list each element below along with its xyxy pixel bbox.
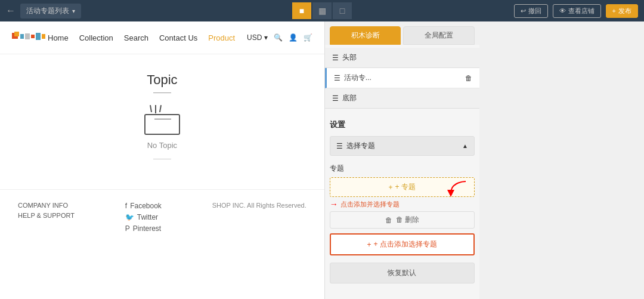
section-header-icon: ☰ bbox=[332, 54, 339, 62]
view-mode-buttons: ■ ▦ □ bbox=[292, 2, 352, 19]
nav-collection[interactable]: Collection bbox=[79, 33, 113, 42]
footer-copyright: SHOP INC. All Rights Reserved. bbox=[212, 202, 306, 209]
svg-rect-4 bbox=[31, 35, 35, 38]
delete-icon: 🗑 bbox=[385, 216, 392, 224]
panel-tabs: 积木诊断 全局配置 bbox=[325, 21, 479, 45]
title-dropdown-arrow: ▾ bbox=[72, 8, 75, 14]
undo-icon: ↩ bbox=[521, 7, 526, 15]
nav-search[interactable]: Search bbox=[124, 33, 148, 42]
nav-links: Home Collection Search Contact Us Produc… bbox=[48, 33, 235, 42]
footer-company-info[interactable]: COMPANY INFO bbox=[18, 202, 75, 209]
top-bar: ← 活动专题列表 ▾ ■ ▦ □ ↩ 撤回 👁 查看店铺 + 发布 bbox=[0, 0, 644, 21]
hint-annotation: → 点击添加并选择专题 bbox=[330, 199, 475, 209]
svg-rect-5 bbox=[36, 33, 41, 40]
collapsible-caret: ▲ bbox=[462, 143, 468, 149]
search-icon[interactable]: 🔍 bbox=[274, 33, 283, 42]
site-footer: COMPANY INFO HELP & SUPPORT f Facebook 🐦… bbox=[0, 189, 324, 248]
footer-left: COMPANY INFO HELP & SUPPORT bbox=[18, 202, 75, 222]
topic-field-label: 专题 bbox=[330, 164, 475, 174]
desktop-view-button[interactable]: ■ bbox=[292, 2, 311, 19]
nav-right: USD ▾ 🔍 👤 🛒 bbox=[247, 33, 312, 42]
footer-twitter[interactable]: 🐦 Twitter bbox=[125, 213, 162, 221]
collapsible-topic-select[interactable]: ☰ 选择专题 ▲ bbox=[330, 136, 475, 156]
footer-facebook[interactable]: f Facebook bbox=[125, 202, 162, 210]
collapsible-icon: ☰ bbox=[336, 142, 343, 150]
nav-home[interactable]: Home bbox=[48, 33, 69, 42]
nav-contact[interactable]: Contact Us bbox=[159, 33, 197, 42]
footer-help-support[interactable]: HELP & SUPPORT bbox=[18, 212, 75, 219]
footer-section-label: 底部 bbox=[342, 93, 357, 103]
preview-inner: Home Collection Search Contact Us Produc… bbox=[0, 21, 324, 299]
account-icon[interactable]: 👤 bbox=[289, 33, 298, 42]
top-bar-left: ← 活动专题列表 ▾ bbox=[6, 4, 81, 19]
sections-panel: ☰ 头部 ☰ 活动专... 🗑 ☰ 底部 bbox=[325, 45, 479, 112]
section-active-label: 活动专... bbox=[344, 73, 371, 83]
page-title-bar[interactable]: 活动专题列表 ▾ bbox=[20, 4, 81, 19]
preview-store-button[interactable]: 👁 查看店铺 bbox=[553, 4, 601, 18]
main-layout: Home Collection Search Contact Us Produc… bbox=[0, 21, 644, 299]
topic-title: Topic bbox=[12, 72, 312, 88]
eye-icon: 👁 bbox=[559, 7, 566, 14]
section-item-active[interactable]: ☰ 活动专... 🗑 bbox=[325, 68, 479, 88]
arrow-svg bbox=[445, 178, 469, 199]
facebook-icon: f bbox=[125, 202, 127, 210]
page-title-text: 活动专题列表 bbox=[26, 6, 69, 16]
undo-button[interactable]: ↩ 撤回 bbox=[514, 4, 548, 18]
grid-view-button[interactable]: ▦ bbox=[312, 2, 332, 19]
svg-rect-3 bbox=[25, 33, 30, 39]
footer-social: f Facebook 🐦 Twitter P Pinterest bbox=[125, 202, 162, 236]
site-nav: Home Collection Search Contact Us Produc… bbox=[0, 21, 324, 54]
restore-default-button[interactable]: 恢复默认 bbox=[330, 263, 475, 283]
twitter-icon: 🐦 bbox=[125, 213, 134, 221]
section-header-top: ☰ 头部 bbox=[325, 48, 479, 68]
nav-product[interactable]: Product bbox=[208, 33, 235, 42]
publish-icon: + bbox=[612, 7, 616, 14]
panel-content: ☰ 头部 ☰ 活动专... 🗑 ☰ 底部 bbox=[325, 45, 479, 299]
delete-topic-button[interactable]: 🗑 🗑 删除 bbox=[330, 211, 475, 229]
add-topic-outline-button[interactable]: + + 点击添加选择专题 bbox=[330, 233, 475, 255]
site-logo bbox=[12, 32, 48, 44]
tab-bricks[interactable]: 积木诊断 bbox=[330, 26, 401, 45]
tab-global[interactable]: 全局配置 bbox=[403, 26, 475, 45]
red-arrow-icon: → bbox=[330, 199, 338, 209]
section-header-footer: ☰ 底部 bbox=[325, 88, 479, 109]
svg-rect-6 bbox=[42, 34, 45, 39]
annotation-container: + + 专题 → 点击添加并选择专题 bbox=[330, 177, 475, 229]
add-topic-plus-icon: + bbox=[389, 183, 393, 192]
preview-scroll-area[interactable]: Home Collection Search Contact Us Produc… bbox=[0, 21, 324, 299]
currency-selector[interactable]: USD ▾ bbox=[247, 33, 268, 42]
hint-text: → 点击添加并选择专题 bbox=[330, 199, 475, 209]
section-header-label: 头部 bbox=[342, 53, 357, 63]
section-item-left: ☰ 活动专... bbox=[334, 73, 371, 83]
top-bar-right: ↩ 撤回 👁 查看店铺 + 发布 bbox=[514, 4, 638, 18]
settings-panel: 设置 ☰ 选择专题 ▲ 专题 + + 专题 bbox=[325, 112, 479, 291]
topic-section: Topic No Topic bbox=[0, 54, 324, 177]
footer-pinterest[interactable]: P Pinterest bbox=[125, 224, 162, 233]
back-button[interactable]: ← bbox=[6, 5, 16, 16]
collapsible-label: 选择专题 bbox=[346, 141, 375, 151]
svg-rect-1 bbox=[14, 32, 19, 36]
topic-divider-top bbox=[153, 93, 171, 93]
right-panel: 积木诊断 全局配置 ☰ 头部 ☰ 活动专... 🗑 bbox=[324, 21, 479, 299]
cart-icon[interactable]: 🛒 bbox=[304, 33, 312, 42]
mobile-view-button[interactable]: □ bbox=[333, 2, 352, 19]
section-drag-icon: ☰ bbox=[334, 74, 340, 82]
topic-empty-icon bbox=[141, 105, 183, 135]
settings-title: 设置 bbox=[330, 116, 475, 136]
no-topic-label: No Topic bbox=[12, 141, 312, 150]
topic-field-section: 专题 + + 专题 → 点击添加并选择专题 bbox=[330, 161, 475, 286]
pinterest-icon: P bbox=[125, 224, 130, 233]
publish-button[interactable]: + 发布 bbox=[606, 4, 638, 18]
svg-rect-2 bbox=[20, 34, 24, 39]
topic-divider-bottom bbox=[153, 159, 171, 159]
section-delete-icon[interactable]: 🗑 bbox=[465, 74, 472, 82]
footer-section-icon: ☰ bbox=[332, 94, 339, 103]
outline-plus-icon: + bbox=[367, 241, 371, 249]
